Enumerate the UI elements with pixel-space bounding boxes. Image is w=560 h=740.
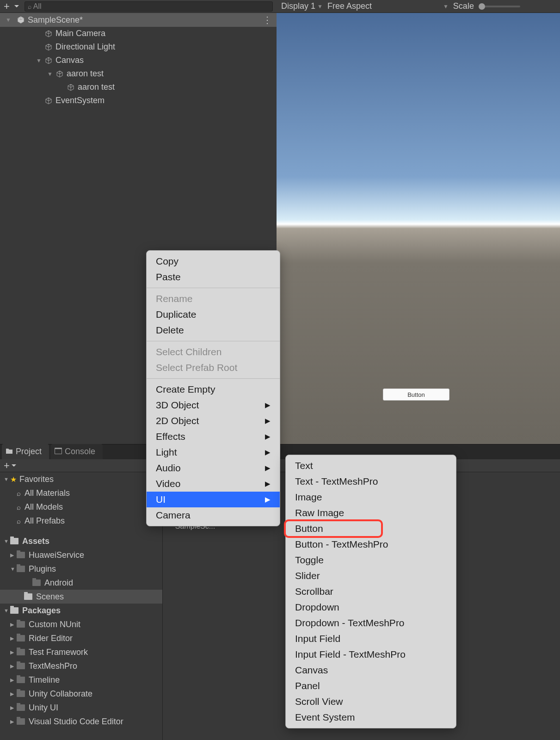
context-menu-item[interactable]: Light▶: [147, 444, 280, 460]
menu-item-label: Light: [156, 447, 177, 458]
project-tree-item[interactable]: ▼Plugins: [0, 562, 162, 576]
submenu-item[interactable]: Text - TextMeshPro: [286, 474, 456, 489]
hierarchy-item[interactable]: aaron test: [0, 67, 277, 80]
project-tree-item[interactable]: ⌕All Prefabs: [0, 514, 162, 528]
menu-item-label: Select Prefab Root: [156, 362, 237, 373]
context-menu-item[interactable]: Camera: [147, 507, 280, 523]
expand-toggle[interactable]: ▼: [4, 608, 10, 613]
submenu-item-label: Raw Image: [295, 507, 344, 518]
slider-thumb[interactable]: [479, 3, 485, 10]
project-tree-item[interactable]: ▶Unity UI: [0, 701, 162, 715]
create-asset-button[interactable]: +: [4, 460, 10, 472]
folder-icon: [10, 607, 18, 614]
expand-toggle[interactable]: ▶: [10, 649, 17, 655]
context-menu-item[interactable]: Effects▶: [147, 429, 280, 444]
assets-header[interactable]: ▼Assets: [0, 534, 162, 548]
expand-toggle[interactable]: ▼: [10, 566, 17, 572]
context-menu-item[interactable]: Create Empty: [147, 382, 280, 397]
submenu-item[interactable]: Input Field - TextMeshPro: [286, 647, 456, 662]
submenu-item[interactable]: Event System: [286, 709, 456, 725]
context-menu-item[interactable]: Delete: [147, 322, 280, 338]
context-menu-item[interactable]: Paste: [147, 269, 280, 285]
context-menu-item[interactable]: 2D Object▶: [147, 413, 280, 429]
hierarchy-item-label: aaron test: [78, 82, 115, 92]
context-menu-item[interactable]: Audio▶: [147, 460, 280, 476]
aspect-dropdown[interactable]: Free Aspect ▼: [327, 1, 449, 11]
expand-toggle[interactable]: ▶: [10, 635, 17, 641]
expand-toggle[interactable]: ▶: [10, 552, 17, 558]
star-icon: ★: [10, 475, 17, 484]
hierarchy-item[interactable]: Directional Light: [0, 40, 277, 54]
chevron-right-icon: ▶: [265, 464, 271, 472]
assets-label: Assets: [22, 536, 49, 546]
project-tree-item[interactable]: ▶Rider Editor: [0, 631, 162, 645]
submenu-item[interactable]: Button: [286, 521, 456, 536]
expand-toggle[interactable]: ▼: [4, 538, 10, 544]
project-tree-item[interactable]: ▶Timeline: [0, 673, 162, 687]
submenu-item[interactable]: Text: [286, 458, 456, 474]
gameobject-icon: [55, 70, 64, 78]
chevron-down-icon[interactable]: [6, 17, 12, 23]
hierarchy-item[interactable]: aaron test: [0, 80, 277, 94]
submenu-item[interactable]: Toggle: [286, 552, 456, 568]
expand-toggle[interactable]: ▼: [4, 476, 10, 482]
project-tree-item[interactable]: ▶Unity Collaborate: [0, 687, 162, 701]
context-menu-item[interactable]: UI▶: [147, 492, 280, 507]
expand-toggle[interactable]: [47, 71, 54, 77]
kebab-menu-icon[interactable]: ⋮: [263, 14, 272, 25]
packages-header[interactable]: ▼Packages: [0, 604, 162, 617]
context-menu-item[interactable]: Copy: [147, 253, 280, 269]
folder-icon: [17, 663, 25, 669]
project-tree-item[interactable]: ⌕All Models: [0, 500, 162, 514]
project-tree-item[interactable]: Android: [0, 576, 162, 590]
project-tree-item[interactable]: ▶HuaweiService: [0, 548, 162, 562]
expand-toggle[interactable]: ▶: [10, 705, 17, 711]
expand-toggle[interactable]: ▶: [10, 622, 17, 628]
submenu-item[interactable]: Input Field: [286, 631, 456, 647]
expand-toggle[interactable]: ▶: [10, 677, 17, 683]
hierarchy-item[interactable]: EventSystem: [0, 94, 277, 107]
submenu-item-label: Scrollbar: [295, 586, 333, 597]
submenu-item[interactable]: Scroll View: [286, 694, 456, 709]
submenu-item[interactable]: Raw Image: [286, 505, 456, 521]
tab-console[interactable]: Console: [51, 444, 103, 459]
folder-icon: [17, 704, 25, 711]
expand-toggle[interactable]: ▶: [10, 663, 17, 669]
context-menu-item[interactable]: 3D Object▶: [147, 397, 280, 413]
submenu-item-label: Image: [295, 492, 322, 503]
display-dropdown[interactable]: Display 1 ▼: [281, 1, 323, 11]
project-tree-item[interactable]: ▶Visual Studio Code Editor: [0, 715, 162, 728]
project-tree-item[interactable]: ▶Custom NUnit: [0, 617, 162, 631]
submenu-item[interactable]: Scrollbar: [286, 584, 456, 599]
submenu-item[interactable]: Dropdown: [286, 599, 456, 615]
favorites-header[interactable]: ▼★Favorites: [0, 472, 162, 486]
scale-slider[interactable]: [479, 6, 520, 7]
hierarchy-search-input[interactable]: ⌕ All: [25, 1, 273, 12]
svg-rect-1: [55, 449, 62, 454]
submenu-item[interactable]: Canvas: [286, 662, 456, 678]
context-menu-item[interactable]: Duplicate: [147, 307, 280, 322]
submenu-item[interactable]: Image: [286, 489, 456, 505]
menu-item-label: Create Empty: [156, 384, 215, 395]
context-menu-item[interactable]: Video▶: [147, 476, 280, 492]
folder-icon: [24, 593, 32, 600]
project-tree-item[interactable]: ▶Test Framework: [0, 645, 162, 659]
folder-icon: [10, 538, 18, 544]
submenu-item[interactable]: Dropdown - TextMeshPro: [286, 615, 456, 631]
expand-toggle[interactable]: ▶: [10, 691, 17, 697]
create-dropdown-button[interactable]: +: [4, 0, 10, 12]
submenu-item[interactable]: Button - TextMeshPro: [286, 536, 456, 552]
submenu-item[interactable]: Panel: [286, 678, 456, 694]
project-tree-item[interactable]: ▶TextMeshPro: [0, 659, 162, 673]
tab-project[interactable]: Project: [2, 444, 49, 459]
expand-toggle[interactable]: [36, 57, 43, 64]
unity-icon: [17, 16, 25, 24]
hierarchy-item[interactable]: Canvas: [0, 54, 277, 67]
submenu-item[interactable]: Slider: [286, 568, 456, 584]
scene-header[interactable]: SampleScene* ⋮: [0, 13, 277, 27]
project-tree-item[interactable]: Scenes: [0, 590, 162, 604]
project-tree-item[interactable]: ⌕All Materials: [0, 486, 162, 500]
folder-icon: [17, 691, 25, 697]
expand-toggle[interactable]: ▶: [10, 719, 17, 725]
hierarchy-item[interactable]: Main Camera: [0, 27, 277, 40]
